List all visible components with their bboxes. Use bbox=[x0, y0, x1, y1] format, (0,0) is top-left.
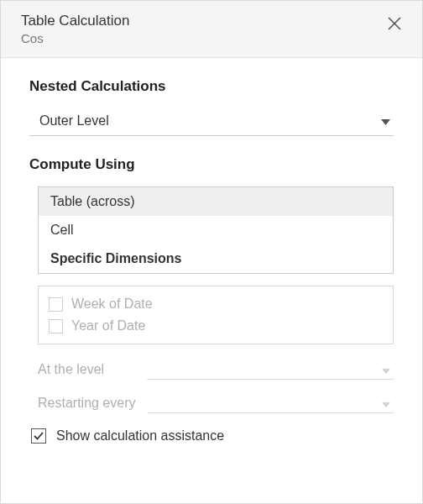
compute-using-heading: Compute Using bbox=[29, 156, 394, 173]
dimension-label: Year of Date bbox=[71, 318, 145, 333]
dialog-header: Table Calculation Cos bbox=[1, 1, 422, 58]
compute-option-cell[interactable]: Cell bbox=[39, 216, 393, 244]
caret-down-icon bbox=[381, 113, 390, 129]
checkbox-unchecked-icon[interactable] bbox=[49, 319, 63, 333]
caret-down-icon bbox=[382, 362, 390, 377]
header-titles: Table Calculation Cos bbox=[21, 13, 129, 45]
dimension-row-week[interactable]: Week of Date bbox=[47, 293, 384, 315]
caret-down-icon bbox=[382, 396, 390, 411]
compute-using-list: Table (across) Cell Specific Dimensions bbox=[38, 186, 394, 274]
svg-marker-2 bbox=[381, 119, 390, 125]
dialog-title: Table Calculation bbox=[21, 13, 129, 29]
svg-marker-4 bbox=[382, 402, 390, 407]
dimension-row-year[interactable]: Year of Date bbox=[47, 315, 384, 337]
checkbox-checked-icon[interactable] bbox=[31, 428, 46, 444]
compute-option-table-across[interactable]: Table (across) bbox=[39, 187, 393, 216]
close-icon bbox=[387, 16, 402, 34]
nested-calculations-heading: Nested Calculations bbox=[29, 78, 394, 95]
close-button[interactable] bbox=[384, 13, 405, 37]
restarting-every-label: Restarting every bbox=[38, 396, 136, 411]
nested-level-value: Outer Level bbox=[39, 113, 109, 129]
at-the-level-row: At the level bbox=[38, 360, 394, 380]
at-the-level-select bbox=[147, 360, 394, 380]
restarting-every-select bbox=[148, 393, 394, 413]
dialog-content: Nested Calculations Outer Level Compute … bbox=[1, 58, 422, 503]
show-assistance-label: Show calculation assistance bbox=[56, 428, 224, 444]
checkbox-unchecked-icon[interactable] bbox=[49, 297, 63, 312]
dialog-subtitle: Cos bbox=[21, 31, 129, 45]
restarting-every-row: Restarting every bbox=[38, 393, 394, 413]
at-the-level-label: At the level bbox=[38, 362, 135, 377]
dimensions-box: Week of Date Year of Date bbox=[38, 286, 394, 344]
compute-option-specific-dimensions[interactable]: Specific Dimensions bbox=[39, 244, 393, 273]
nested-level-dropdown[interactable]: Outer Level bbox=[29, 108, 394, 136]
dimension-label: Week of Date bbox=[71, 297, 153, 312]
show-assistance-row[interactable]: Show calculation assistance bbox=[31, 428, 394, 444]
svg-marker-3 bbox=[382, 369, 390, 374]
table-calculation-dialog: Table Calculation Cos Nested Calculation… bbox=[0, 0, 423, 504]
